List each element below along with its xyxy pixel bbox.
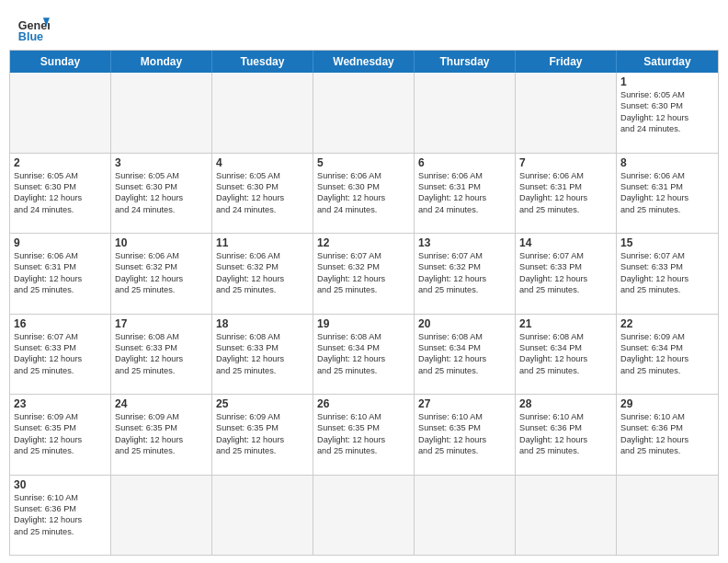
day-number: 5 [317,156,410,169]
calendar-cell: 8Sunrise: 6:06 AM Sunset: 6:31 PM Daylig… [617,154,718,234]
day-info: Sunrise: 6:09 AM Sunset: 6:34 PM Dayligh… [620,331,714,377]
day-info: Sunrise: 6:06 AM Sunset: 6:31 PM Dayligh… [14,250,107,296]
calendar-cell: 5Sunrise: 6:06 AM Sunset: 6:30 PM Daylig… [313,154,415,234]
day-info: Sunrise: 6:07 AM Sunset: 6:32 PM Dayligh… [418,250,511,296]
day-info: Sunrise: 6:09 AM Sunset: 6:35 PM Dayligh… [115,411,208,457]
day-number: 7 [519,156,612,169]
calendar-week-3: 16Sunrise: 6:07 AM Sunset: 6:33 PM Dayli… [10,314,718,395]
day-info: Sunrise: 6:06 AM Sunset: 6:30 PM Dayligh… [317,170,410,216]
calendar-cell: 24Sunrise: 6:09 AM Sunset: 6:35 PM Dayli… [111,395,212,475]
day-of-week-tuesday: Tuesday [212,51,313,73]
day-number: 23 [14,397,107,410]
day-number: 2 [14,156,107,169]
logo: General Blue [17,11,50,44]
calendar-cell: 15Sunrise: 6:07 AM Sunset: 6:33 PM Dayli… [617,234,718,314]
day-number: 9 [14,236,107,249]
day-of-week-sunday: Sunday [10,51,111,73]
day-number: 19 [317,317,410,330]
day-info: Sunrise: 6:08 AM Sunset: 6:34 PM Dayligh… [519,331,612,377]
day-number: 26 [317,397,410,410]
day-info: Sunrise: 6:08 AM Sunset: 6:33 PM Dayligh… [115,331,208,377]
calendar-cell: 11Sunrise: 6:06 AM Sunset: 6:32 PM Dayli… [212,234,313,314]
calendar-week-2: 9Sunrise: 6:06 AM Sunset: 6:31 PM Daylig… [10,233,718,314]
calendar-cell: 14Sunrise: 6:07 AM Sunset: 6:33 PM Dayli… [516,234,617,314]
calendar-cell: 23Sunrise: 6:09 AM Sunset: 6:35 PM Dayli… [10,395,111,475]
day-number: 24 [115,397,208,410]
day-number: 27 [418,397,511,410]
svg-text:Blue: Blue [18,30,43,43]
day-info: Sunrise: 6:08 AM Sunset: 6:34 PM Dayligh… [317,331,410,377]
day-info: Sunrise: 6:08 AM Sunset: 6:34 PM Dayligh… [418,331,511,377]
calendar-week-5: 30Sunrise: 6:10 AM Sunset: 6:36 PM Dayli… [10,475,718,556]
day-info: Sunrise: 6:10 AM Sunset: 6:35 PM Dayligh… [317,411,410,457]
day-number: 10 [115,236,208,249]
calendar-cell [212,73,313,153]
day-info: Sunrise: 6:09 AM Sunset: 6:35 PM Dayligh… [14,411,107,457]
day-number: 14 [519,236,612,249]
page: General Blue SundayMondayTuesdayWednesda… [0,0,728,563]
calendar-body: 1Sunrise: 6:05 AM Sunset: 6:30 PM Daylig… [10,73,718,555]
day-of-week-monday: Monday [111,51,212,73]
calendar-cell: 2Sunrise: 6:05 AM Sunset: 6:30 PM Daylig… [10,154,111,234]
day-number: 18 [216,317,309,330]
calendar-cell [415,73,516,153]
day-info: Sunrise: 6:06 AM Sunset: 6:31 PM Dayligh… [418,170,511,216]
day-info: Sunrise: 6:07 AM Sunset: 6:33 PM Dayligh… [519,250,612,296]
day-number: 6 [418,156,511,169]
day-info: Sunrise: 6:10 AM Sunset: 6:36 PM Dayligh… [620,411,714,457]
day-number: 20 [418,317,511,330]
day-number: 16 [14,317,107,330]
day-number: 30 [14,478,107,491]
calendar-cell [415,476,516,556]
day-info: Sunrise: 6:05 AM Sunset: 6:30 PM Dayligh… [14,170,107,216]
day-number: 25 [216,397,309,410]
calendar-cell [111,476,212,556]
calendar-week-0: 1Sunrise: 6:05 AM Sunset: 6:30 PM Daylig… [10,73,718,153]
calendar-week-1: 2Sunrise: 6:05 AM Sunset: 6:30 PM Daylig… [10,153,718,234]
day-number: 1 [620,75,714,88]
day-number: 28 [519,397,612,410]
calendar-cell: 19Sunrise: 6:08 AM Sunset: 6:34 PM Dayli… [313,315,415,395]
calendar-cell: 6Sunrise: 6:06 AM Sunset: 6:31 PM Daylig… [415,154,516,234]
calendar-cell [10,73,111,153]
day-number: 21 [519,317,612,330]
day-number: 29 [620,397,714,410]
day-info: Sunrise: 6:06 AM Sunset: 6:31 PM Dayligh… [620,170,714,216]
day-of-week-saturday: Saturday [617,51,718,73]
day-info: Sunrise: 6:06 AM Sunset: 6:32 PM Dayligh… [216,250,309,296]
day-info: Sunrise: 6:09 AM Sunset: 6:35 PM Dayligh… [216,411,309,457]
calendar-cell [111,73,212,153]
calendar-cell: 25Sunrise: 6:09 AM Sunset: 6:35 PM Dayli… [212,395,313,475]
calendar-cell [313,476,415,556]
day-info: Sunrise: 6:05 AM Sunset: 6:30 PM Dayligh… [115,170,208,216]
calendar-cell: 3Sunrise: 6:05 AM Sunset: 6:30 PM Daylig… [111,154,212,234]
day-number: 15 [620,236,714,249]
header: General Blue [0,0,728,50]
calendar-cell: 13Sunrise: 6:07 AM Sunset: 6:32 PM Dayli… [415,234,516,314]
calendar-cell: 17Sunrise: 6:08 AM Sunset: 6:33 PM Dayli… [111,315,212,395]
day-info: Sunrise: 6:10 AM Sunset: 6:35 PM Dayligh… [418,411,511,457]
day-of-week-thursday: Thursday [415,51,516,73]
calendar-cell: 1Sunrise: 6:05 AM Sunset: 6:30 PM Daylig… [617,73,718,153]
calendar-cell: 30Sunrise: 6:10 AM Sunset: 6:36 PM Dayli… [10,476,111,556]
day-number: 13 [418,236,511,249]
day-info: Sunrise: 6:10 AM Sunset: 6:36 PM Dayligh… [519,411,612,457]
calendar-cell: 27Sunrise: 6:10 AM Sunset: 6:35 PM Dayli… [415,395,516,475]
day-of-week-friday: Friday [516,51,617,73]
calendar-cell: 9Sunrise: 6:06 AM Sunset: 6:31 PM Daylig… [10,234,111,314]
day-number: 11 [216,236,309,249]
calendar: SundayMondayTuesdayWednesdayThursdayFrid… [9,50,719,556]
calendar-cell [313,73,415,153]
calendar-cell [516,73,617,153]
calendar-cell: 10Sunrise: 6:06 AM Sunset: 6:32 PM Dayli… [111,234,212,314]
calendar-week-4: 23Sunrise: 6:09 AM Sunset: 6:35 PM Dayli… [10,394,718,475]
calendar-header: SundayMondayTuesdayWednesdayThursdayFrid… [10,51,718,73]
day-number: 22 [620,317,714,330]
calendar-cell [617,476,718,556]
day-info: Sunrise: 6:05 AM Sunset: 6:30 PM Dayligh… [620,89,714,135]
day-info: Sunrise: 6:07 AM Sunset: 6:32 PM Dayligh… [317,250,410,296]
calendar-cell [212,476,313,556]
day-info: Sunrise: 6:07 AM Sunset: 6:33 PM Dayligh… [620,250,714,296]
calendar-cell: 4Sunrise: 6:05 AM Sunset: 6:30 PM Daylig… [212,154,313,234]
calendar-cell: 26Sunrise: 6:10 AM Sunset: 6:35 PM Dayli… [313,395,415,475]
